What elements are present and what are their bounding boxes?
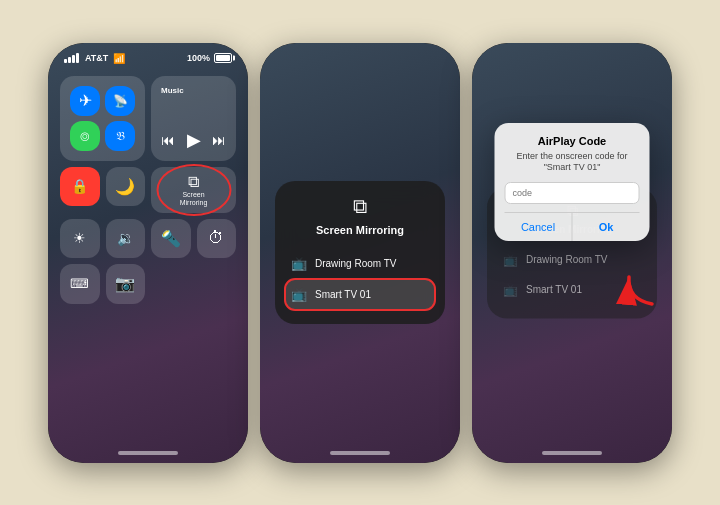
airplane-icon: ✈ — [79, 91, 92, 110]
screen-mirror-icon: ⧉ — [188, 173, 199, 191]
flashlight-button[interactable]: 🔦 — [151, 219, 191, 259]
dialog-title: AirPlay Code — [505, 135, 640, 147]
bg-drawing-room-label: Drawing Room TV — [526, 254, 608, 265]
phone-3: ⧉ Screen Mirroring 📺 Drawing Room TV 📺 S… — [472, 43, 672, 463]
phone-1: AT&T 📶 100% — [48, 43, 248, 463]
mirroring-icon: ⧉ — [285, 195, 435, 218]
calculator-button[interactable]: ⌨ — [60, 264, 100, 304]
code-input[interactable] — [505, 182, 640, 204]
home-indicator — [118, 451, 178, 455]
tv-icon-1: 📺 — [291, 256, 307, 271]
home-indicator-2 — [330, 451, 390, 455]
lock-rotation-icon: 🔒 — [71, 178, 88, 194]
tv-icon-2: 📺 — [291, 287, 307, 302]
arrow-annotation — [607, 259, 662, 318]
cellular-icon: 📡 — [113, 94, 128, 108]
dialog-subtitle: Enter the onscreen code for "Smart TV 01… — [505, 151, 640, 174]
dialog-buttons: Cancel Ok — [505, 212, 640, 241]
bluetooth-icon: 𝔅 — [116, 129, 125, 143]
home-indicator-3 — [542, 451, 602, 455]
wifi-button[interactable]: ⌾ — [70, 121, 100, 151]
battery-icon — [214, 53, 232, 63]
timer-icon: ⏱ — [208, 229, 224, 247]
calculator-icon: ⌨ — [70, 276, 89, 291]
airplay-code-dialog: AirPlay Code Enter the onscreen code for… — [495, 123, 650, 241]
music-cell: Music ⏮ ▶ ⏭ — [151, 76, 236, 161]
red-arrow-svg — [607, 259, 662, 314]
dnd-button[interactable]: 🌙 — [106, 167, 146, 207]
camera-button[interactable]: 📷 — [106, 264, 146, 304]
cellular-button[interactable]: 📡 — [105, 86, 135, 116]
screen-mirror-label: Screen Mirroring — [180, 191, 208, 206]
signal-icon — [64, 53, 79, 63]
carrier-label: AT&T — [85, 53, 108, 63]
screen-mirroring-panel: ⧉ Screen Mirroring 📺 Drawing Room TV 📺 S… — [275, 181, 445, 324]
music-label: Music — [161, 86, 226, 95]
flashlight-icon: 🔦 — [161, 229, 181, 248]
camera-icon: 📷 — [115, 274, 135, 293]
volume-icon: 🔉 — [117, 230, 134, 246]
wifi-icon2: ⌾ — [80, 127, 90, 145]
mirroring-panel-title: Screen Mirroring — [285, 224, 435, 236]
drawing-room-tv-item[interactable]: 📺 Drawing Room TV — [285, 248, 435, 279]
timer-button[interactable]: ⏱ — [197, 219, 237, 259]
lock-rotation-button[interactable]: 🔒 — [60, 167, 100, 207]
battery-label: 100% — [187, 53, 210, 63]
brightness-icon: ☀ — [73, 230, 86, 246]
brightness-button[interactable]: ☀ — [60, 219, 100, 259]
airplane-mode-button[interactable]: ✈ — [70, 86, 100, 116]
bg-tv-icon-2: 📺 — [503, 282, 518, 296]
smart-tv-item[interactable]: 📺 Smart TV 01 — [285, 279, 435, 310]
prev-button[interactable]: ⏮ — [161, 132, 175, 148]
volume-button[interactable]: 🔉 — [106, 219, 146, 259]
screen-mirror-button[interactable]: ⧉ Screen Mirroring — [151, 167, 236, 213]
dnd-icon: 🌙 — [115, 177, 135, 196]
phone-2: ⧉ Screen Mirroring 📺 Drawing Room TV 📺 S… — [260, 43, 460, 463]
connectivity-cell: ✈ 📡 ⌾ 𝔅 — [60, 76, 145, 161]
play-button[interactable]: ▶ — [187, 129, 201, 151]
drawing-room-tv-label: Drawing Room TV — [315, 258, 397, 269]
bluetooth-button[interactable]: 𝔅 — [105, 121, 135, 151]
smart-tv-label: Smart TV 01 — [315, 289, 371, 300]
next-button[interactable]: ⏭ — [212, 132, 226, 148]
bg-tv-icon-1: 📺 — [503, 252, 518, 266]
cancel-button[interactable]: Cancel — [505, 213, 573, 241]
wifi-icon: 📶 — [113, 53, 125, 64]
status-bar-1: AT&T 📶 100% — [48, 43, 248, 68]
bg-smart-tv-label: Smart TV 01 — [526, 284, 582, 295]
ok-button[interactable]: Ok — [573, 213, 640, 241]
